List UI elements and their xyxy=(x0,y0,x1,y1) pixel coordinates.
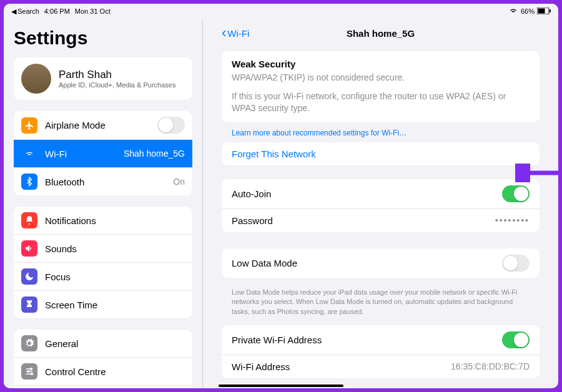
sidebar-item-label: Control Centre xyxy=(45,366,185,377)
status-time: 4:06 PM xyxy=(44,7,70,15)
sidebar-item-focus[interactable]: Focus xyxy=(14,263,192,291)
sidebar-item-label: Wi-Fi xyxy=(45,149,124,159)
status-bar: ◀ Search 4:06 PM Mon 31 Oct 66% xyxy=(4,4,558,19)
private-wifi-row: Private Wi-Fi Address xyxy=(222,325,540,355)
moon-icon xyxy=(21,268,37,285)
low-data-mode-toggle[interactable] xyxy=(502,255,530,272)
svg-point-4 xyxy=(27,371,29,373)
detail-title: Shah home_5G xyxy=(347,28,415,39)
page-title: Settings xyxy=(14,27,192,49)
weak-security-notice: Weak Security WPA/WPA2 (TKIP) is not con… xyxy=(222,51,540,122)
auto-join-row: Auto-Join xyxy=(222,179,540,209)
sidebar-item-wifi[interactable]: Wi-Fi Shah home_5G xyxy=(14,140,192,168)
sidebar-item-display[interactable]: AA Display & Brightness xyxy=(14,386,192,388)
sidebar-item-label: General xyxy=(45,338,185,349)
svg-rect-1 xyxy=(538,8,545,13)
sidebar-item-label: Notifications xyxy=(45,215,185,226)
profile-subtitle: Apple ID, iCloud+, Media & Purchases xyxy=(59,81,175,89)
bluetooth-icon xyxy=(21,174,37,190)
sliders-icon xyxy=(21,363,37,380)
wifi-icon xyxy=(21,145,37,162)
apple-id-profile[interactable]: Parth Shah Apple ID, iCloud+, Media & Pu… xyxy=(14,57,192,100)
sidebar-item-screentime[interactable]: Screen Time xyxy=(14,291,192,318)
low-data-mode-row: Low Data Mode xyxy=(222,248,540,278)
wifi-address-value: 16:35:C8:DD:BC:7D xyxy=(451,361,530,371)
sidebar-item-label: Airplane Mode xyxy=(45,120,157,130)
password-value: •••••••• xyxy=(495,215,530,225)
low-data-mode-help: Low Data Mode helps reduce your iPad dat… xyxy=(222,284,540,325)
wifi-detail-pane: ‹ Wi-Fi Shah home_5G Weak Security WPA/W… xyxy=(202,19,558,388)
auto-join-label: Auto-Join xyxy=(232,189,271,199)
private-wifi-toggle[interactable] xyxy=(502,331,530,348)
sidebar-item-value: Shah home_5G xyxy=(124,149,185,159)
password-label: Password xyxy=(232,215,273,226)
status-date: Mon 31 Oct xyxy=(75,7,111,15)
learn-more-link[interactable]: Learn more about recommended settings fo… xyxy=(222,129,540,142)
private-wifi-label: Private Wi-Fi Address xyxy=(232,335,322,345)
sidebar-item-sounds[interactable]: Sounds xyxy=(14,235,192,263)
svg-point-5 xyxy=(31,373,33,375)
low-data-mode-label: Low Data Mode xyxy=(232,258,297,268)
speaker-icon xyxy=(21,240,37,257)
sidebar-item-bluetooth[interactable]: Bluetooth On xyxy=(14,168,192,195)
svg-point-3 xyxy=(30,368,32,370)
sidebar-item-control-centre[interactable]: Control Centre xyxy=(14,358,192,386)
sidebar-item-label: Screen Time xyxy=(45,300,185,310)
home-indicator[interactable] xyxy=(219,385,343,387)
password-row[interactable]: Password •••••••• xyxy=(222,209,540,232)
airplane-icon xyxy=(21,117,37,134)
notice-line1: WPA/WPA2 (TKIP) is not considered secure… xyxy=(232,72,530,84)
hourglass-icon xyxy=(21,296,37,313)
sidebar-item-value: On xyxy=(173,177,185,187)
gear-icon xyxy=(21,335,37,351)
avatar xyxy=(21,64,51,94)
sidebar-item-notifications[interactable]: Notifications xyxy=(14,207,192,235)
sidebar-item-label: Sounds xyxy=(45,243,185,254)
sidebar-item-label: Focus xyxy=(45,272,185,282)
settings-sidebar: Settings Parth Shah Apple ID, iCloud+, M… xyxy=(4,19,202,388)
forget-label: Forget This Network xyxy=(232,149,316,159)
sidebar-item-label: Bluetooth xyxy=(45,177,173,187)
wifi-address-label: Wi-Fi Address xyxy=(232,361,290,372)
sidebar-item-airplane[interactable]: Airplane Mode xyxy=(14,111,192,140)
breadcrumb-back[interactable]: ◀ Search xyxy=(11,7,39,16)
wifi-address-row: Wi-Fi Address 16:35:C8:DD:BC:7D xyxy=(222,355,540,378)
chevron-left-icon: ‹ xyxy=(222,25,226,41)
airplane-toggle[interactable] xyxy=(157,117,185,134)
bell-icon xyxy=(21,212,37,228)
battery-percent: 66% xyxy=(521,7,535,15)
battery-icon xyxy=(537,7,551,16)
svg-rect-2 xyxy=(550,9,551,12)
back-button[interactable]: ‹ Wi-Fi xyxy=(222,25,249,41)
forget-network-button[interactable]: Forget This Network xyxy=(222,142,540,165)
sidebar-item-general[interactable]: General xyxy=(14,330,192,358)
auto-join-toggle[interactable] xyxy=(502,185,530,202)
notice-heading: Weak Security xyxy=(232,59,530,69)
wifi-indicator-icon xyxy=(508,6,518,17)
notice-line2: If this is your Wi-Fi network, configure… xyxy=(232,91,530,115)
back-label: Wi-Fi xyxy=(227,28,249,39)
profile-name: Parth Shah xyxy=(59,69,175,81)
